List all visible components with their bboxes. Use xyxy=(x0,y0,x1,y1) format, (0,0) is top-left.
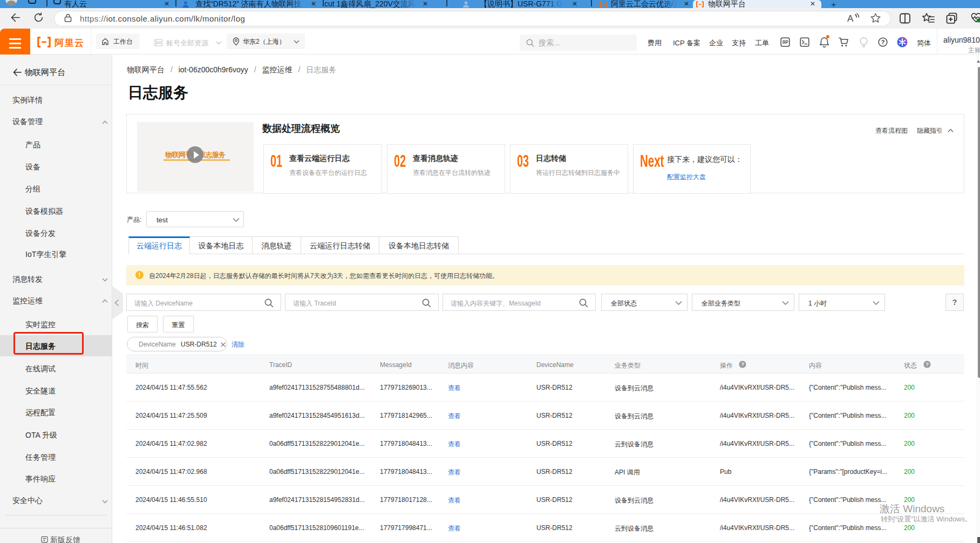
svg-text:?: ? xyxy=(741,362,745,367)
svg-text:A: A xyxy=(847,13,854,24)
svg-text:?: ? xyxy=(881,39,885,45)
svg-text:?: ? xyxy=(926,362,929,367)
